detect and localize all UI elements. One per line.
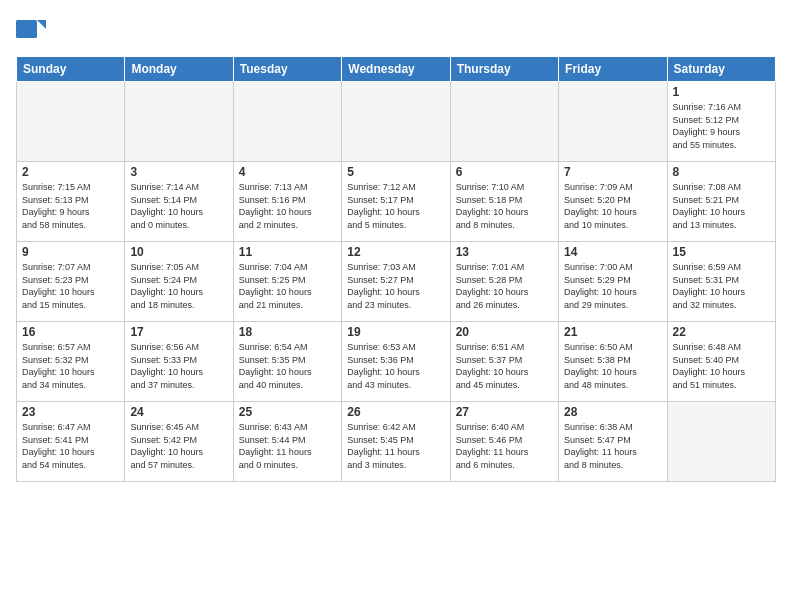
calendar-cell-w1-d1: 3Sunrise: 7:14 AM Sunset: 5:14 PM Daylig… [125, 162, 233, 242]
day-number: 1 [673, 85, 770, 99]
day-info: Sunrise: 6:50 AM Sunset: 5:38 PM Dayligh… [564, 341, 661, 391]
calendar-cell-w0-d5 [559, 82, 667, 162]
week-row-4: 23Sunrise: 6:47 AM Sunset: 5:41 PM Dayli… [17, 402, 776, 482]
day-number: 18 [239, 325, 336, 339]
day-info: Sunrise: 7:07 AM Sunset: 5:23 PM Dayligh… [22, 261, 119, 311]
day-info: Sunrise: 7:14 AM Sunset: 5:14 PM Dayligh… [130, 181, 227, 231]
weekday-header-monday: Monday [125, 57, 233, 82]
day-number: 16 [22, 325, 119, 339]
logo [16, 16, 48, 46]
calendar-cell-w0-d0 [17, 82, 125, 162]
day-number: 28 [564, 405, 661, 419]
calendar-cell-w2-d2: 11Sunrise: 7:04 AM Sunset: 5:25 PM Dayli… [233, 242, 341, 322]
calendar-cell-w1-d0: 2Sunrise: 7:15 AM Sunset: 5:13 PM Daylig… [17, 162, 125, 242]
day-info: Sunrise: 7:04 AM Sunset: 5:25 PM Dayligh… [239, 261, 336, 311]
day-number: 21 [564, 325, 661, 339]
calendar-cell-w3-d6: 22Sunrise: 6:48 AM Sunset: 5:40 PM Dayli… [667, 322, 775, 402]
weekday-header-thursday: Thursday [450, 57, 558, 82]
header [16, 16, 776, 46]
day-number: 14 [564, 245, 661, 259]
day-number: 22 [673, 325, 770, 339]
day-info: Sunrise: 6:40 AM Sunset: 5:46 PM Dayligh… [456, 421, 553, 471]
calendar-cell-w4-d6 [667, 402, 775, 482]
calendar-cell-w0-d4 [450, 82, 558, 162]
day-number: 27 [456, 405, 553, 419]
page: SundayMondayTuesdayWednesdayThursdayFrid… [0, 0, 792, 612]
day-info: Sunrise: 6:54 AM Sunset: 5:35 PM Dayligh… [239, 341, 336, 391]
day-number: 23 [22, 405, 119, 419]
day-info: Sunrise: 7:12 AM Sunset: 5:17 PM Dayligh… [347, 181, 444, 231]
day-number: 20 [456, 325, 553, 339]
calendar-cell-w4-d2: 25Sunrise: 6:43 AM Sunset: 5:44 PM Dayli… [233, 402, 341, 482]
day-info: Sunrise: 7:01 AM Sunset: 5:28 PM Dayligh… [456, 261, 553, 311]
calendar-cell-w2-d5: 14Sunrise: 7:00 AM Sunset: 5:29 PM Dayli… [559, 242, 667, 322]
day-number: 26 [347, 405, 444, 419]
weekday-header-wednesday: Wednesday [342, 57, 450, 82]
logo-icon [16, 14, 46, 44]
day-info: Sunrise: 6:59 AM Sunset: 5:31 PM Dayligh… [673, 261, 770, 311]
calendar-cell-w0-d6: 1Sunrise: 7:16 AM Sunset: 5:12 PM Daylig… [667, 82, 775, 162]
day-info: Sunrise: 7:00 AM Sunset: 5:29 PM Dayligh… [564, 261, 661, 311]
day-number: 12 [347, 245, 444, 259]
day-number: 17 [130, 325, 227, 339]
day-info: Sunrise: 6:48 AM Sunset: 5:40 PM Dayligh… [673, 341, 770, 391]
calendar-cell-w4-d1: 24Sunrise: 6:45 AM Sunset: 5:42 PM Dayli… [125, 402, 233, 482]
calendar-cell-w3-d1: 17Sunrise: 6:56 AM Sunset: 5:33 PM Dayli… [125, 322, 233, 402]
day-info: Sunrise: 6:45 AM Sunset: 5:42 PM Dayligh… [130, 421, 227, 471]
day-info: Sunrise: 6:57 AM Sunset: 5:32 PM Dayligh… [22, 341, 119, 391]
weekday-header-sunday: Sunday [17, 57, 125, 82]
calendar-cell-w1-d6: 8Sunrise: 7:08 AM Sunset: 5:21 PM Daylig… [667, 162, 775, 242]
day-info: Sunrise: 7:15 AM Sunset: 5:13 PM Dayligh… [22, 181, 119, 231]
day-info: Sunrise: 7:10 AM Sunset: 5:18 PM Dayligh… [456, 181, 553, 231]
calendar-cell-w0-d1 [125, 82, 233, 162]
day-info: Sunrise: 6:56 AM Sunset: 5:33 PM Dayligh… [130, 341, 227, 391]
day-info: Sunrise: 7:03 AM Sunset: 5:27 PM Dayligh… [347, 261, 444, 311]
day-number: 24 [130, 405, 227, 419]
day-number: 3 [130, 165, 227, 179]
calendar-cell-w3-d5: 21Sunrise: 6:50 AM Sunset: 5:38 PM Dayli… [559, 322, 667, 402]
day-number: 11 [239, 245, 336, 259]
day-info: Sunrise: 7:16 AM Sunset: 5:12 PM Dayligh… [673, 101, 770, 151]
day-number: 19 [347, 325, 444, 339]
weekday-header-row: SundayMondayTuesdayWednesdayThursdayFrid… [17, 57, 776, 82]
day-info: Sunrise: 7:05 AM Sunset: 5:24 PM Dayligh… [130, 261, 227, 311]
svg-rect-1 [16, 20, 37, 38]
calendar-cell-w0-d3 [342, 82, 450, 162]
day-info: Sunrise: 6:42 AM Sunset: 5:45 PM Dayligh… [347, 421, 444, 471]
day-number: 6 [456, 165, 553, 179]
calendar-cell-w1-d2: 4Sunrise: 7:13 AM Sunset: 5:16 PM Daylig… [233, 162, 341, 242]
week-row-2: 9Sunrise: 7:07 AM Sunset: 5:23 PM Daylig… [17, 242, 776, 322]
day-info: Sunrise: 7:09 AM Sunset: 5:20 PM Dayligh… [564, 181, 661, 231]
calendar-cell-w1-d3: 5Sunrise: 7:12 AM Sunset: 5:17 PM Daylig… [342, 162, 450, 242]
calendar-table: SundayMondayTuesdayWednesdayThursdayFrid… [16, 56, 776, 482]
calendar-cell-w2-d4: 13Sunrise: 7:01 AM Sunset: 5:28 PM Dayli… [450, 242, 558, 322]
calendar-cell-w3-d4: 20Sunrise: 6:51 AM Sunset: 5:37 PM Dayli… [450, 322, 558, 402]
day-info: Sunrise: 7:13 AM Sunset: 5:16 PM Dayligh… [239, 181, 336, 231]
day-info: Sunrise: 6:53 AM Sunset: 5:36 PM Dayligh… [347, 341, 444, 391]
weekday-header-tuesday: Tuesday [233, 57, 341, 82]
calendar-cell-w3-d2: 18Sunrise: 6:54 AM Sunset: 5:35 PM Dayli… [233, 322, 341, 402]
day-number: 2 [22, 165, 119, 179]
calendar-cell-w1-d5: 7Sunrise: 7:09 AM Sunset: 5:20 PM Daylig… [559, 162, 667, 242]
day-info: Sunrise: 7:08 AM Sunset: 5:21 PM Dayligh… [673, 181, 770, 231]
week-row-0: 1Sunrise: 7:16 AM Sunset: 5:12 PM Daylig… [17, 82, 776, 162]
week-row-3: 16Sunrise: 6:57 AM Sunset: 5:32 PM Dayli… [17, 322, 776, 402]
day-number: 15 [673, 245, 770, 259]
calendar-cell-w3-d3: 19Sunrise: 6:53 AM Sunset: 5:36 PM Dayli… [342, 322, 450, 402]
calendar-cell-w2-d3: 12Sunrise: 7:03 AM Sunset: 5:27 PM Dayli… [342, 242, 450, 322]
svg-marker-0 [37, 20, 46, 29]
day-number: 13 [456, 245, 553, 259]
calendar-cell-w4-d3: 26Sunrise: 6:42 AM Sunset: 5:45 PM Dayli… [342, 402, 450, 482]
week-row-1: 2Sunrise: 7:15 AM Sunset: 5:13 PM Daylig… [17, 162, 776, 242]
day-number: 7 [564, 165, 661, 179]
calendar-cell-w2-d6: 15Sunrise: 6:59 AM Sunset: 5:31 PM Dayli… [667, 242, 775, 322]
day-number: 4 [239, 165, 336, 179]
calendar-cell-w3-d0: 16Sunrise: 6:57 AM Sunset: 5:32 PM Dayli… [17, 322, 125, 402]
calendar-cell-w4-d5: 28Sunrise: 6:38 AM Sunset: 5:47 PM Dayli… [559, 402, 667, 482]
day-number: 9 [22, 245, 119, 259]
day-info: Sunrise: 6:51 AM Sunset: 5:37 PM Dayligh… [456, 341, 553, 391]
day-info: Sunrise: 6:38 AM Sunset: 5:47 PM Dayligh… [564, 421, 661, 471]
calendar-cell-w2-d1: 10Sunrise: 7:05 AM Sunset: 5:24 PM Dayli… [125, 242, 233, 322]
calendar-cell-w1-d4: 6Sunrise: 7:10 AM Sunset: 5:18 PM Daylig… [450, 162, 558, 242]
calendar-cell-w2-d0: 9Sunrise: 7:07 AM Sunset: 5:23 PM Daylig… [17, 242, 125, 322]
